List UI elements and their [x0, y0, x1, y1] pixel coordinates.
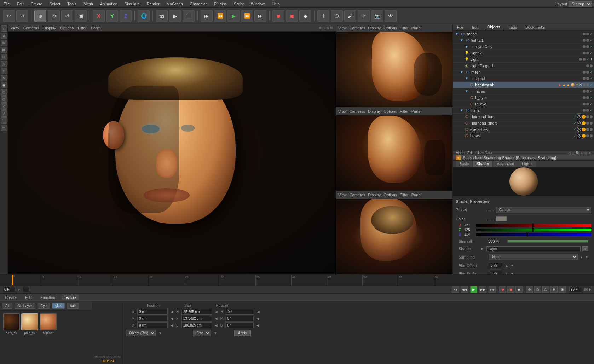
tab-basic[interactable]: Basic [456, 161, 472, 167]
lt-dot2[interactable] [583, 58, 586, 61]
g-bar[interactable] [476, 229, 591, 231]
menu-create[interactable]: Create [29, 1, 44, 7]
pb-btn4[interactable]: P [550, 286, 558, 293]
re-dot2[interactable] [586, 103, 589, 105]
sculpt-button[interactable]: ⟳ [358, 10, 370, 22]
pb-key[interactable]: ◆ [515, 286, 523, 293]
rot-p-input[interactable]: 0 ° [225, 316, 254, 322]
left-tool-7[interactable]: ✎ [1, 75, 7, 81]
paint-button[interactable]: 🖌 [344, 10, 356, 22]
mr-panel[interactable]: Panel [411, 109, 421, 114]
l1-check[interactable]: ✓ [590, 38, 593, 42]
pb-btn3[interactable]: ⬠ [542, 286, 549, 293]
br-filter[interactable]: Filter [400, 193, 408, 197]
strength-bar[interactable] [507, 240, 588, 243]
l2-dot1[interactable] [583, 52, 586, 54]
scale-tool-button[interactable]: ⟲ [48, 10, 60, 22]
size-p-input[interactable]: 137.482 cm [181, 316, 212, 322]
bt-function[interactable]: Function [38, 295, 57, 300]
x-arrow1[interactable]: ◀ [171, 310, 173, 314]
obj-eyesonly[interactable]: ▶ ○ eyesOnly ✓ [453, 44, 594, 50]
tr-cameras[interactable]: Cameras [350, 26, 365, 30]
bt-edit[interactable]: Edit [23, 295, 34, 300]
om-tab-bookmarks[interactable]: Bookmarks [524, 24, 546, 30]
z-axis-button[interactable]: Z [120, 10, 132, 22]
lt1-dot2[interactable] [590, 64, 593, 67]
lt-dot1[interactable] [579, 58, 582, 61]
om-tab-tags[interactable]: Tags [507, 24, 518, 30]
menu-render[interactable]: Render [145, 1, 161, 7]
mr-cameras[interactable]: Cameras [350, 109, 365, 114]
obj-head[interactable]: ▼ ○ head ✓ [453, 75, 594, 82]
timeline-track[interactable]: 0 5 10 15 20 25 30 35 40 45 50 55 60 [0, 275, 594, 285]
mid-right-canvas[interactable] [336, 115, 452, 191]
menu-edit[interactable]: Edit [16, 1, 25, 7]
mr-filter[interactable]: Filter [400, 109, 408, 114]
tr-filter[interactable]: Filter [400, 26, 408, 30]
hs-check[interactable]: ✓ [573, 121, 576, 125]
menu-plugins[interactable]: Plugins [213, 1, 228, 7]
y-arrow3[interactable]: ◀ [256, 317, 259, 320]
anim-start-button[interactable]: ⏮ [201, 10, 213, 22]
blur-offset-input[interactable]: 0 % [489, 263, 503, 268]
stop-button[interactable]: ⏹ [286, 10, 298, 22]
pb-stop[interactable]: ⏹ [507, 286, 514, 293]
msh-check[interactable]: ✓ [590, 70, 593, 74]
re-dot1[interactable] [583, 103, 586, 105]
menu-select[interactable]: Select [48, 1, 62, 7]
top-right-canvas[interactable] [336, 32, 452, 107]
hr-check[interactable]: ✓ [590, 108, 593, 112]
userdata-btn[interactable]: User Data [476, 151, 492, 155]
mat-pale_sk[interactable] [21, 313, 38, 330]
filter-all[interactable]: All [2, 303, 12, 309]
msh-dot1[interactable] [583, 71, 586, 74]
y-arrow1[interactable]: ◀ [171, 317, 173, 320]
le-check[interactable]: ✓ [590, 96, 593, 99]
left-tool-2[interactable]: ◎ [1, 40, 7, 46]
hd-dot2[interactable] [586, 77, 589, 80]
left-tool-9[interactable]: ⬠ [1, 89, 7, 96]
bo-up[interactable]: ▲ [505, 264, 508, 267]
el-check[interactable]: ✓ [573, 127, 576, 131]
pb-play[interactable]: ▶ [470, 286, 477, 293]
pos-z-input[interactable]: 0 cm [137, 322, 168, 328]
br-check[interactable]: ✓ [573, 134, 576, 138]
menu-mograph[interactable]: MoGraph [165, 1, 184, 7]
le-dot1[interactable] [583, 96, 586, 99]
rotate-tool-button[interactable]: ↺ [61, 10, 73, 22]
bw-dot1[interactable] [586, 134, 589, 137]
edit-btn[interactable]: Edit [467, 151, 473, 155]
pb-next[interactable]: ▶▶ [479, 286, 486, 293]
z-arrow1[interactable]: ◀ [171, 323, 173, 327]
vp-view[interactable]: View [11, 26, 19, 30]
size-h-input[interactable]: 85.695 cm [181, 309, 212, 315]
render-button[interactable]: ⬛ [183, 10, 195, 22]
msh-dot2[interactable] [586, 71, 589, 74]
obj-hairhead_short[interactable]: ⬡ Hairhead_short ✓ [453, 120, 594, 126]
bt-texture[interactable]: Texture [62, 295, 79, 300]
scene-check[interactable]: ✓ [590, 32, 593, 36]
size-dropdown[interactable]: Size [193, 330, 211, 336]
hm-check[interactable]: ✓ [590, 83, 593, 87]
el-dot1[interactable] [586, 128, 589, 131]
pb-start[interactable]: ⏮ [452, 286, 459, 293]
pb-btn2[interactable]: ⬡ [534, 286, 541, 293]
br-options[interactable]: Options [383, 193, 397, 197]
bo-down[interactable]: ▼ [511, 264, 514, 267]
mat-mipsat[interactable] [40, 313, 57, 330]
hr-dot1[interactable] [583, 109, 586, 112]
anim-end-button[interactable]: ⏭ [254, 10, 266, 22]
r-bar[interactable] [476, 224, 591, 227]
main-viewport-canvas[interactable] [8, 32, 336, 274]
camera-button[interactable]: 📷 [371, 10, 383, 22]
left-tool-11[interactable]: ↗ [1, 103, 7, 110]
anim-prev-button[interactable]: ⏪ [214, 10, 226, 22]
obj-headmesh[interactable]: ⬡ headmesh ▲ ▲ ▲ ✦ ✕ ✓ [453, 82, 594, 88]
pb-btn1[interactable]: ✛ [526, 286, 533, 293]
left-tool-4[interactable]: ⬡ [1, 54, 7, 60]
ey-dot2[interactable] [586, 90, 589, 93]
left-tool-move[interactable]: ↕ [1, 25, 7, 32]
ey-check[interactable]: ✓ [590, 89, 593, 93]
pos-x-input[interactable]: 0 cm [137, 309, 168, 315]
pb-record[interactable]: ⏺ [499, 286, 506, 293]
